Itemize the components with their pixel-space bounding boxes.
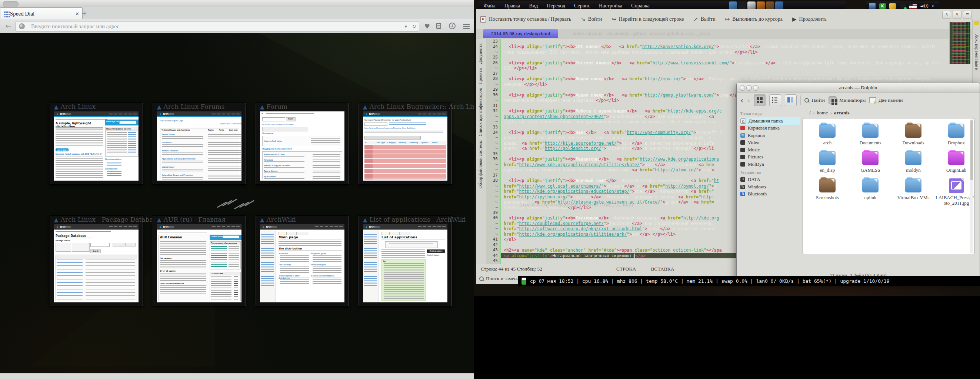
place-Корневая-папка[interactable]: Корневая папка (739, 125, 800, 132)
browser-titlebar[interactable] (0, 0, 474, 7)
window-button-3[interactable] (753, 85, 759, 91)
tool-tab-2[interactable]: Проекты (478, 68, 483, 84)
continue-button[interactable]: ▶Продолжить (792, 16, 827, 22)
file-Documents[interactable]: Documents (849, 124, 892, 146)
crumb-arcanis[interactable]: arcanis (834, 110, 850, 116)
crumb-home[interactable]: home (817, 110, 828, 116)
menu-Файл[interactable]: Файл (484, 3, 496, 9)
tool-tab-1[interactable]: Документы (478, 43, 483, 64)
klipper-icon[interactable] (889, 3, 896, 9)
file-LAIBACH_Press_Photo_2011.jpg[interactable]: LAIBACH_Press_Photo_2011.jpg (935, 178, 974, 206)
thumb-card[interactable]: ▲archlinuxList of applicationsRelated ar… (358, 216, 452, 306)
tool-поиск-и-замена[interactable]: Поиск и замена (479, 276, 519, 282)
tab-local-variables[interactable]: Лок. переменные и (974, 35, 979, 70)
place-Домашняя-папка[interactable]: ⌂Домашняя папка (739, 117, 800, 125)
file-uplink[interactable]: uplink (849, 178, 892, 200)
menu-Настройка[interactable]: Настройка (599, 3, 622, 9)
bookmark-heart-icon[interactable]: ♥ (423, 22, 431, 30)
place-Pictures[interactable]: Pictures (739, 154, 800, 161)
columns-view-button[interactable] (785, 94, 797, 106)
scroll-buttons[interactable]: ∧ ∨ ≡ (942, 11, 972, 19)
place-Video[interactable]: Video (739, 139, 800, 147)
tool-tab-4[interactable]: Обзор файловой системы (478, 140, 483, 189)
code-row[interactable]: 23 (486, 39, 980, 44)
thumb-Arch-Linux-Forums[interactable]: ▲archlinuxIndex Search Register LoginTop… (153, 103, 246, 184)
url-bar[interactable]: Введите поисковый запрос или адрес ▾ ↻ (16, 21, 419, 32)
device-Bluetooth[interactable]: BBluetooth (739, 190, 800, 198)
menu-Сервис[interactable]: Сервис (574, 3, 590, 9)
reload-icon[interactable]: ↻ (410, 24, 419, 29)
url-dropdown-icon[interactable]: ▾ (402, 24, 410, 29)
thumbnails-button[interactable]: Миниатюры (829, 96, 865, 105)
menu-Справка[interactable]: Справка (631, 3, 649, 9)
thumb-card[interactable]: ▲archlinuxMain pageThe distributionArch … (256, 216, 349, 306)
scroll-up-icon[interactable]: ∧ (942, 11, 951, 19)
back-button[interactable]: ← (4, 21, 13, 31)
icons-view-button[interactable] (754, 94, 765, 106)
tray-app-icon-0[interactable] (729, 2, 737, 10)
tab-speed-dial[interactable]: Speed Dial ✕ (0, 7, 83, 20)
thumb-Arch-Linux[interactable]: ▲archlinuxA simple, lightweight distribu… (49, 103, 143, 184)
file-GAMESS[interactable]: GAMESS (849, 151, 892, 173)
tray-app-icon-2[interactable] (748, 2, 756, 10)
thumb-ArchWiki[interactable]: ▲archlinuxMain pageThe distributionArch … (256, 216, 349, 306)
file-en_disp[interactable]: en_disp (806, 151, 849, 173)
file-arch[interactable]: arch (806, 124, 849, 146)
thumb-card[interactable]: ▲archlinuxPackage DatabasePackage Search… (49, 216, 143, 306)
place-Music[interactable]: Music (739, 146, 800, 154)
device-Windows[interactable]: WWindows (739, 183, 800, 190)
dolphin-titlebar[interactable]: arcanis — Dolphin (737, 83, 980, 92)
code-row[interactable]: 25 (486, 55, 980, 60)
find-button[interactable]: Найти (805, 97, 825, 103)
device-DATA[interactable]: DDATA (739, 176, 800, 184)
site-identity-icon[interactable] (19, 23, 25, 29)
display-icon[interactable] (869, 3, 876, 9)
file-moldyn[interactable]: moldyn (892, 151, 935, 173)
tool-tab-3[interactable]: Список идентификаторов (478, 88, 483, 136)
thumb-AUR-ru-[interactable]: ▲archlinuxAUR ГлавнаяОбсуждениеОтчет об … (153, 216, 246, 306)
inkscape-icon[interactable] (899, 3, 906, 9)
thumb-List-of-applications-ArchWiki[interactable]: ▲archlinuxList of applicationsRelated ar… (358, 216, 452, 306)
details-view-button[interactable] (769, 94, 781, 106)
tab-close-icon[interactable]: ✕ (75, 11, 79, 17)
scrollbar[interactable] (970, 119, 973, 253)
thumb-card[interactable]: ▲archlinuxIndex Search Register LoginTop… (153, 103, 246, 184)
thumb-card[interactable]: ▲archlinuxAUR ГлавнаяОбсуждениеОтчет об … (153, 216, 246, 306)
menu-hamburger-icon[interactable] (463, 22, 471, 30)
window-button-1[interactable] (740, 85, 745, 91)
thumb-card[interactable]: AНайтиArchLinux.org.ru / Начало / Все те… (256, 103, 349, 184)
folder-view[interactable]: archDocumentsDownloadsDropboxen_dispGAME… (803, 118, 974, 254)
tray-app-icon-4[interactable] (766, 2, 774, 10)
tray-expander-icon[interactable]: ▾ (932, 4, 934, 8)
menu-Вид[interactable]: Вид (529, 3, 538, 9)
dolphin-breadcrumb[interactable]: /›home›arcanis (807, 110, 852, 116)
scroll-menu-icon[interactable]: ≡ (963, 11, 972, 19)
code-row[interactable]: 28 <li><p align="justify"><b>Видео плеер… (486, 76, 980, 81)
code-row[interactable]: 27 (486, 71, 980, 76)
wrap-mode[interactable]: СТРОКА (616, 266, 636, 272)
step-into-button[interactable]: ↘Войти (581, 16, 602, 22)
insert-mode[interactable]: ВСТАВКА (651, 266, 674, 272)
window-button-2[interactable] (746, 85, 752, 91)
crumb-/[interactable]: / (809, 110, 811, 116)
tray-app-icon-3[interactable] (757, 2, 765, 10)
file-Dropbox[interactable]: Dropbox (935, 124, 974, 146)
place-Корзина[interactable]: ↻Корзина (739, 132, 800, 139)
scroll-down-icon[interactable]: ∨ (953, 11, 961, 19)
menu-Переход[interactable]: Переход (547, 3, 566, 9)
forward-icon[interactable]: › (747, 96, 750, 105)
step-out-button[interactable]: ↗Выйти (693, 16, 715, 22)
back-icon[interactable]: ‹ (740, 96, 743, 105)
thumb-card[interactable]: ▲archlinuxUsername Password Remember me … (358, 103, 452, 184)
kdeconnect-icon[interactable]: K (879, 3, 886, 9)
downloads-icon[interactable]: ↓ (449, 22, 457, 31)
keyboard-layout-us-icon[interactable] (909, 4, 917, 8)
thumb-Arch-Linux-Bugtracker-Arch-Linux-[interactable]: ▲archlinuxUsername Password Remember me … (358, 103, 452, 184)
new-tab-button[interactable]: + (79, 9, 89, 19)
code-minimap[interactable] (949, 22, 970, 64)
thumb-Forum[interactable]: AНайтиArchLinux.org.ru / Начало / Все те… (256, 103, 349, 184)
code-row[interactable]: ↪GUI.</p></li> (486, 65, 980, 71)
file-OriginLab[interactable]: OriginLab (935, 151, 974, 173)
step-over-button[interactable]: ↪Перейти к следующей строке (611, 16, 684, 22)
code-row[interactable]: 24 <li><p align="justify"><b>IRC клиент<… (486, 44, 980, 49)
